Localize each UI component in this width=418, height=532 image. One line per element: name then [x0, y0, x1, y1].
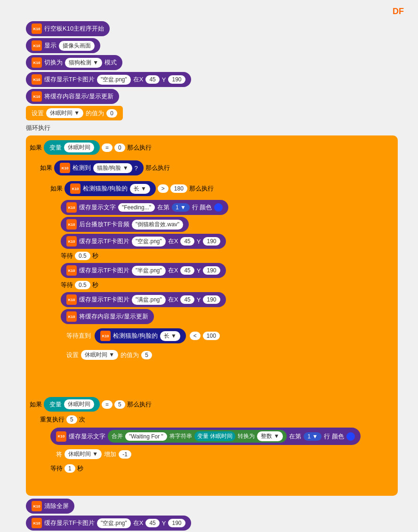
- empty-bowl-2: "空盆.png": [132, 237, 166, 246]
- val5-check: 5: [114, 400, 125, 409]
- cache-img-label-1: 缓存显示TF卡图片: [79, 237, 129, 246]
- wait-until-block: 等待直到 K10 检测猫脸/狗脸的 长 ▼ < 100: [61, 326, 225, 346]
- k10-icon-17: K10: [32, 518, 42, 528]
- then-label-4: 那么执行: [127, 400, 152, 409]
- if-detect-container: 如果 K10 检测到 猫脸/狗脸 ▼ ? 那么执行: [40, 159, 391, 373]
- if-sleep-0-row: 如果 变量 休眠时间 = 0 那么执行: [30, 140, 394, 155]
- convert-label: 转换为: [238, 432, 255, 440]
- sec-label-1: 秒: [92, 252, 98, 260]
- clear-screen-label: 清除全屏: [44, 502, 69, 510]
- eq2-label: =: [102, 400, 113, 409]
- len-dropdown[interactable]: 长 ▼: [130, 184, 150, 194]
- set-label: 设置: [32, 109, 44, 118]
- switch-label: 切换为: [44, 58, 63, 67]
- cat-dog-oval[interactable]: 猫脸/狗脸 ▼: [93, 163, 132, 173]
- cache-img-label-3: 缓存显示TF卡图片: [79, 295, 129, 304]
- wait-label-2: 等待: [61, 281, 73, 289]
- cache-text-label: 缓存显示文字: [79, 203, 116, 212]
- cat-dog-dropdown[interactable]: 猫狗检测 ▼: [65, 58, 102, 68]
- detect-until-label: 检测猫脸/狗脸的: [113, 332, 158, 340]
- in-x-2: 在X: [168, 237, 178, 246]
- cache-tf-final-row: K10 缓存显示TF卡图片 "空盆.png" 在X 45 Y 190: [26, 516, 398, 531]
- k10-icon-7: K10: [70, 183, 80, 194]
- cache-tf-block-1: K10 缓存显示TF卡图片 "空盆.png" 在X 45 Y 190: [26, 72, 191, 87]
- x2-val: 45: [180, 237, 194, 246]
- cache-tf-empty-row: K10 缓存显示TF卡图片 "空盆.png" 在X 45 Y 190: [26, 72, 398, 87]
- cache-tf-block-final: K10 缓存显示TF卡图片 "空盆.png" 在X 45 Y 190: [26, 516, 191, 531]
- y-val-4: 190: [203, 295, 220, 304]
- k10-icon-16: K10: [32, 501, 42, 511]
- sleep-time-oval: 休眠时间: [64, 143, 94, 152]
- k10-icon-13: K10: [66, 311, 77, 322]
- k10-icon-15: K10: [56, 431, 66, 442]
- row-num-1[interactable]: 1 ▼: [172, 203, 190, 212]
- loop-outer-container: 如果 变量 休眠时间 = 0 那么执行 如果 K10 检测到: [26, 135, 398, 496]
- program-start-label: 行空板K10主程序开始: [44, 24, 104, 33]
- then-label-2: 那么执行: [145, 164, 170, 172]
- wait-until-row: 等待直到 K10 检测猫脸/狗脸的 长 ▼ < 100: [61, 326, 386, 346]
- sleep-incr-oval[interactable]: 休眠时间 ▼: [64, 449, 102, 459]
- y-label-3: Y: [197, 267, 201, 274]
- len2-dropdown[interactable]: 长 ▼: [160, 331, 180, 341]
- k10-icon-12: K10: [66, 294, 77, 305]
- row-num-2[interactable]: 1 ▼: [304, 432, 322, 441]
- value-label: 的值为: [86, 109, 104, 118]
- switch-mode-row: K10 切换为 猫狗检测 ▼ 模式: [26, 55, 398, 70]
- wait-val-1: 0.5: [75, 252, 90, 260]
- audio-file: "倒猫粮音效.wav": [132, 220, 183, 230]
- inner-if-label: 如果: [50, 184, 63, 193]
- cache-tf-half-row: K10 缓存显示TF卡图片 "半盆.png" 在X 45 Y 190: [61, 263, 386, 278]
- if-len-row: 如果 K10 检测猫脸/狗脸的 长 ▼ > 180 那么执行: [50, 181, 388, 196]
- wait-label-1: 等待: [61, 252, 73, 260]
- set-sleep-block: 设置 休眠时间 ▼ 的值为 0: [26, 106, 123, 120]
- then-label-3: 那么执行: [189, 184, 214, 193]
- k10-icon-8: K10: [66, 202, 77, 213]
- loop-exec-label: 循环执行: [26, 122, 50, 134]
- wait-1-row: 等待 1 秒: [50, 463, 388, 474]
- merge-block: 合并 "Waiting For " 将字符串 变量 休眠时间 转换为 整数 ▼: [108, 430, 287, 443]
- x5-val: 45: [145, 519, 159, 527]
- camera-dropdown[interactable]: 摄像头画面: [59, 41, 95, 51]
- cache-tf-block-2: K10 缓存显示TF卡图片 "空盆.png" 在X 45 Y 190: [61, 234, 226, 249]
- y-val-1: 190: [168, 75, 185, 84]
- gt-label: >: [158, 184, 169, 193]
- incr-sleep-row: 将 休眠时间 ▼ 增加 -1: [50, 447, 388, 461]
- y-val-5: 190: [168, 519, 185, 527]
- y-val-3: 190: [203, 266, 220, 275]
- in-x-label: 在X: [133, 75, 144, 84]
- y-label-1: Y: [162, 76, 166, 83]
- show-camera-block: K10 显示 摄像头画面: [26, 38, 100, 53]
- k10-icon-10: K10: [66, 236, 77, 246]
- var-sleep-inline-label: 变量 休眠时间: [197, 432, 233, 440]
- update-cache-block-1: K10 将缓存内容显示/显示更新: [26, 89, 119, 104]
- program-start-block: K10 行空板K10主程序开始: [26, 21, 110, 36]
- if-sleep-5-row: 如果 变量 休眠时间 = 5 那么执行: [30, 397, 394, 412]
- y-label-5: Y: [162, 520, 166, 527]
- empty-bowl-val: "空盆.png": [97, 75, 131, 85]
- sleep-time-dropdown-2[interactable]: 休眠时间 ▼: [81, 350, 118, 360]
- k10-icon-4: K10: [32, 74, 42, 85]
- color-blue-2: [346, 432, 355, 441]
- k10-icon-2: K10: [32, 40, 42, 51]
- detect-block: K10 检测到 猫脸/狗脸 ▼ ?: [54, 160, 144, 175]
- cache-tf-block-4: K10 缓存显示TF卡图片 "满盆.png" 在X 45 Y 190: [61, 292, 226, 307]
- int-dropdown[interactable]: 整数 ▼: [257, 431, 283, 441]
- val100: 100: [203, 332, 220, 340]
- set-sleep-5-row: 设置 休眠时间 ▼ 的值为 5: [61, 348, 386, 362]
- if-detect-row: 如果 K10 检测到 猫脸/狗脸 ▼ ? 那么执行: [40, 160, 391, 175]
- cache-img-label-2: 缓存显示TF卡图片: [79, 266, 129, 275]
- if-len-body: K10 缓存显示文字 "Feeding..." 在第 1 ▼ 行 颜色: [58, 198, 388, 366]
- wait-05-2-row: 等待 0.5 秒: [61, 280, 386, 290]
- cache-show-label: 缓存显示TF卡图片: [44, 75, 95, 84]
- update-cache-row-1: K10 将缓存内容显示/显示更新: [26, 89, 398, 104]
- if-sleep-5-container: 如果 变量 休眠时间 = 5 那么执行 重复执行 5 次: [30, 395, 394, 488]
- sleep-time-dropdown[interactable]: 休眠时间 ▼: [46, 108, 83, 118]
- k10-icon-6: K10: [60, 163, 70, 173]
- row-color-label: 行 颜色: [192, 203, 212, 212]
- row-color-label-2: 行 颜色: [324, 432, 344, 441]
- if-sleep-0-container: 如果 变量 休眠时间 = 0 那么执行 如果 K10 检测到: [30, 138, 394, 389]
- cache-text-label-2: 缓存显示文字: [69, 432, 105, 441]
- detect-size-label: 检测猫脸/狗脸的: [83, 184, 128, 193]
- repeat-label: 重复执行: [40, 415, 64, 424]
- if-label-2: 如果: [40, 164, 52, 172]
